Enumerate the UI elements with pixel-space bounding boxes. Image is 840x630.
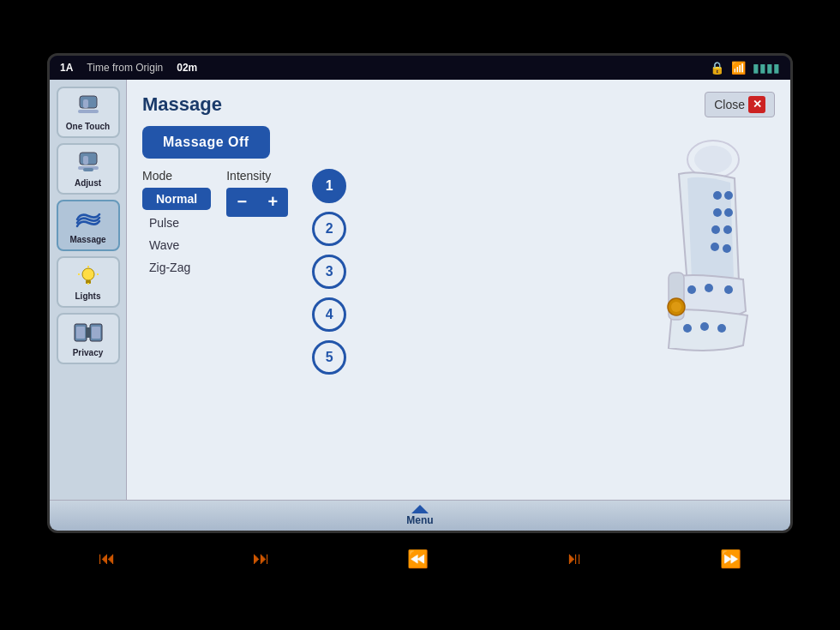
intensity-section: Intensity − + — [226, 169, 288, 217]
zone-3-button[interactable]: 3 — [312, 255, 346, 289]
svg-point-28 — [723, 244, 731, 253]
svg-rect-2 — [78, 110, 99, 113]
battery-icon: ▮▮▮▮ — [753, 61, 780, 75]
menu-button[interactable]: Menu — [406, 505, 433, 526]
time-label: Time from Origin — [87, 62, 163, 74]
zone-2-button[interactable]: 2 — [312, 212, 346, 246]
svg-point-22 — [724, 191, 733, 200]
intensity-label: Intensity — [226, 169, 288, 183]
privacy-icon — [73, 320, 104, 345]
chair-svg — [602, 127, 773, 358]
svg-point-29 — [687, 285, 696, 294]
mode-item-pulse[interactable]: Pulse — [142, 213, 211, 232]
menu-arrow-icon — [411, 505, 429, 513]
screen: 1A Time from Origin 02m 🔒 📶 ▮▮▮▮ — [47, 53, 793, 533]
sidebar-item-lights[interactable]: Lights — [57, 256, 120, 308]
svg-rect-6 — [83, 168, 93, 171]
time-value: 02m — [177, 62, 197, 74]
menu-label: Menu — [406, 514, 433, 526]
svg-point-34 — [717, 324, 726, 333]
svg-point-36 — [671, 302, 681, 312]
content-panel: Massage Close ✕ Massage Off Mo — [127, 80, 790, 500]
svg-point-23 — [713, 208, 722, 217]
play-pause-button[interactable]: ⏯ — [566, 549, 583, 568]
sidebar-item-one-touch-label: One Touch — [66, 122, 110, 131]
svg-point-24 — [724, 208, 733, 217]
svg-rect-16 — [92, 327, 100, 339]
media-controls: ⏮ ⏭ ⏪ ⏯ ⏩ — [47, 540, 793, 578]
svg-point-32 — [683, 324, 692, 333]
bottom-bar: Menu — [50, 500, 790, 531]
mode-label: Mode — [142, 169, 211, 183]
close-label: Close — [714, 98, 745, 111]
intensity-increase-button[interactable]: + — [257, 188, 288, 217]
zone-1-button[interactable]: 1 — [312, 169, 346, 203]
zones-column: 1 2 3 4 5 — [312, 169, 346, 375]
rewind-button[interactable]: ⏪ — [407, 549, 429, 569]
svg-rect-4 — [83, 156, 88, 165]
intensity-decrease-button[interactable]: − — [226, 188, 257, 217]
svg-rect-14 — [76, 327, 85, 339]
sidebar-item-adjust[interactable]: Adjust — [57, 143, 120, 195]
lights-icon — [73, 263, 104, 289]
adjust-icon — [73, 150, 104, 176]
massage-icon — [73, 207, 104, 232]
svg-point-26 — [723, 225, 732, 234]
zone-4-button[interactable]: 4 — [312, 297, 346, 332]
mode-list: Normal Pulse Wave Zig-Zag — [142, 188, 211, 277]
sidebar: One Touch Adjust — [50, 80, 127, 500]
sidebar-item-one-touch[interactable]: One Touch — [57, 87, 120, 138]
seat-number: 1A — [60, 62, 73, 74]
svg-rect-17 — [86, 327, 91, 338]
sidebar-item-massage[interactable]: Massage — [57, 200, 120, 251]
status-bar: 1A Time from Origin 02m 🔒 📶 ▮▮▮▮ — [50, 56, 790, 80]
svg-point-25 — [711, 225, 720, 234]
chair-illustration — [593, 114, 782, 371]
svg-point-31 — [724, 285, 733, 294]
mode-item-normal[interactable]: Normal — [142, 188, 211, 210]
mode-item-zigzag[interactable]: Zig-Zag — [142, 258, 211, 277]
status-icons: 🔒 📶 ▮▮▮▮ — [710, 61, 780, 75]
svg-point-21 — [713, 191, 722, 200]
close-x-icon: ✕ — [748, 96, 765, 113]
wifi-icon: 📶 — [731, 61, 746, 75]
sidebar-item-privacy[interactable]: Privacy — [57, 313, 120, 364]
panel-title: Massage — [142, 93, 222, 116]
intensity-controls: − + — [226, 188, 288, 217]
sidebar-item-privacy-label: Privacy — [73, 348, 104, 357]
massage-off-button[interactable]: Massage Off — [142, 126, 270, 159]
sidebar-item-lights-label: Lights — [75, 291, 101, 301]
svg-rect-1 — [83, 99, 88, 108]
mode-section: Mode Normal Pulse Wave Zig-Zag — [142, 169, 211, 277]
svg-point-27 — [711, 243, 719, 251]
sidebar-item-massage-label: Massage — [69, 235, 105, 244]
main-area: One Touch Adjust — [50, 80, 790, 500]
lock-icon: 🔒 — [710, 61, 724, 75]
svg-point-19 — [694, 146, 732, 173]
zone-5-button[interactable]: 5 — [312, 340, 346, 375]
svg-point-33 — [700, 322, 709, 331]
one-touch-icon — [73, 93, 104, 119]
skip-forward-button[interactable]: ⏭ — [253, 549, 270, 568]
skip-back-button[interactable]: ⏮ — [99, 549, 116, 568]
svg-point-30 — [705, 284, 713, 292]
mode-item-wave[interactable]: Wave — [142, 236, 211, 255]
fast-forward-button[interactable]: ⏩ — [720, 549, 741, 569]
sidebar-item-adjust-label: Adjust — [75, 178, 101, 188]
svg-point-7 — [82, 268, 94, 280]
